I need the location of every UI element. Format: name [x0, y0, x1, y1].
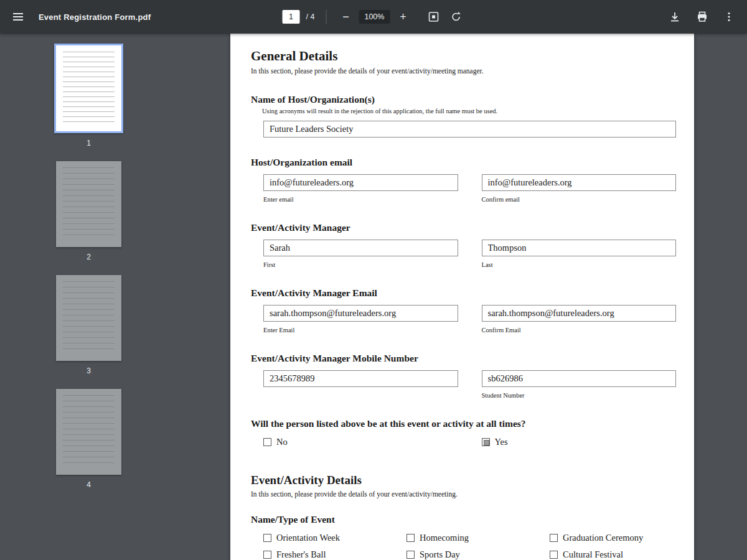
thumbnail-preview [63, 167, 115, 240]
section-desc-event-details: In this section, please provide the deta… [251, 490, 676, 498]
page-count-label: / 4 [306, 12, 315, 21]
checkbox[interactable] [550, 551, 558, 559]
field-label: Event/Activity Manager Mobile Number [251, 353, 676, 364]
student-number-input[interactable] [482, 370, 677, 387]
thumbnail-page-number: 2 [87, 253, 91, 261]
page-thumbnail-2[interactable] [56, 161, 121, 247]
more-options-icon[interactable] [721, 9, 737, 25]
menu-icon[interactable] [10, 9, 26, 25]
event-type-option[interactable]: Cultural Festival [550, 549, 676, 560]
attendance-option-yes[interactable]: Yes [482, 437, 677, 447]
zoom-level-label: 100% [359, 10, 390, 24]
field-label: Event/Activity Manager Email [251, 287, 676, 299]
field-manager-mobile: Event/Activity Manager Mobile Number Stu… [251, 353, 676, 399]
event-type-option[interactable]: Homecoming [406, 533, 550, 543]
thumbnail-preview [63, 281, 115, 353]
event-type-option[interactable]: Orientation Week [263, 533, 406, 543]
sub-label-enter-email: Enter email [263, 196, 458, 203]
thumbnail-preview [63, 52, 115, 124]
pdf-viewer[interactable]: General Details In this section, please … [177, 34, 747, 560]
checkbox[interactable] [263, 551, 271, 559]
print-icon[interactable] [693, 8, 711, 26]
field-manager-name: Event/Activity Manager First Last [251, 222, 676, 268]
checkbox-label: Homecoming [420, 533, 469, 543]
field-label: Event/Activity Manager [251, 222, 676, 233]
rotate-icon[interactable] [447, 8, 464, 26]
checkbox-label: Graduation Ceremony [563, 533, 643, 543]
checkbox-label: Orientation Week [276, 533, 340, 543]
download-icon[interactable] [666, 8, 684, 26]
sub-label-confirm-email: Confirm email [482, 196, 677, 203]
zoom-in-button[interactable]: + [395, 8, 411, 26]
checkbox-label: Cultural Festival [563, 549, 623, 560]
checkbox[interactable] [263, 534, 271, 542]
host-email-confirm-input[interactable] [482, 174, 677, 191]
thumbnail-page-number: 4 [87, 480, 91, 489]
checkbox-label: No [276, 437, 288, 447]
field-host-name: Name of Host/Organization(s) Using acron… [251, 94, 676, 138]
field-event-type: Name/Type of Event Orientation Week Home… [251, 514, 676, 560]
checkbox[interactable] [406, 534, 415, 542]
thumbnail-sidebar: 1 2 3 4 [0, 34, 177, 560]
manager-last-name-input[interactable] [482, 240, 677, 256]
field-hint: Using acronyms will result in the reject… [262, 108, 676, 114]
page-thumbnail-3[interactable] [56, 275, 121, 361]
sub-label-confirm-email: Confirm Email [482, 327, 677, 334]
field-attendance: Will the person listed above be at this … [251, 418, 676, 447]
host-email-enter-input[interactable] [263, 174, 458, 191]
page-thumbnail-1[interactable] [54, 44, 123, 133]
checkbox[interactable] [550, 534, 558, 542]
checkbox-label: Fresher's Ball [276, 549, 326, 560]
page-number-input[interactable] [283, 10, 300, 24]
thumbnail-page-number: 3 [87, 366, 91, 375]
field-label: Host/Organization email [251, 157, 676, 168]
document-title: Event Registration Form.pdf [39, 12, 151, 22]
manager-email-enter-input[interactable] [263, 305, 458, 322]
section-desc-general: In this section, please provide the deta… [251, 67, 676, 75]
thumbnail-page-number: 1 [87, 139, 91, 147]
event-type-option[interactable]: Graduation Ceremony [550, 533, 676, 543]
event-type-option[interactable]: Sports Day [406, 549, 550, 560]
manager-email-confirm-input[interactable] [482, 305, 677, 322]
fit-page-icon[interactable] [425, 8, 442, 26]
field-host-email: Host/Organization email Enter email Conf… [251, 157, 676, 203]
section-title-event-details: Event/Activity Details [251, 474, 676, 487]
checkbox[interactable] [263, 438, 271, 446]
checkbox[interactable] [406, 551, 415, 559]
zoom-out-button[interactable]: − [337, 8, 354, 26]
event-type-option[interactable]: Fresher's Ball [263, 549, 406, 560]
checkbox-label: Yes [495, 437, 508, 447]
field-manager-email: Event/Activity Manager Email Enter Email… [251, 287, 676, 334]
page-thumbnail-4[interactable] [56, 389, 121, 475]
pdf-toolbar: Event Registration Form.pdf / 4 − 100% + [0, 0, 747, 34]
section-title-general-details: General Details [251, 49, 676, 64]
sub-label-enter-email: Enter Email [263, 327, 458, 334]
manager-first-name-input[interactable] [263, 240, 458, 256]
attendance-option-no[interactable]: No [263, 437, 458, 447]
checkbox-label: Sports Day [420, 549, 460, 560]
field-label: Name/Type of Event [251, 514, 676, 525]
mobile-number-input[interactable] [263, 370, 458, 387]
sub-label-last: Last [482, 261, 677, 268]
pdf-page-1: General Details In this section, please … [230, 34, 694, 560]
sub-label-student-number: Student Number [482, 392, 677, 399]
checkbox[interactable] [482, 438, 490, 446]
sub-label-first: First [263, 261, 458, 268]
host-name-input[interactable] [263, 121, 676, 138]
field-label: Name of Host/Organization(s) [251, 94, 676, 105]
toolbar-divider [326, 10, 326, 24]
thumbnail-preview [63, 395, 115, 467]
field-label: Will the person listed above be at this … [251, 418, 676, 429]
